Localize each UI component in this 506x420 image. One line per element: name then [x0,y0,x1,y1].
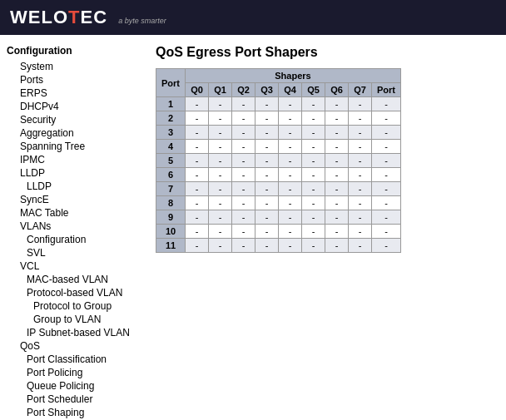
value-cell: - [186,210,209,225]
sidebar-item-queue-policing[interactable]: Queue Policing [7,379,139,393]
value-cell: - [325,210,349,225]
logo-tec: EC [80,7,107,27]
value-cell: - [255,126,279,140]
sidebar-item-erps[interactable]: ERPS [7,86,139,100]
value-cell: - [349,196,372,210]
value-cell: - [372,225,401,239]
col-q5: Q5 [302,83,325,97]
value-cell: - [349,210,372,225]
port-cell: 5 [156,154,186,168]
col-q4: Q4 [279,83,302,97]
sidebar-item-protocol-to-group[interactable]: Protocol to Group [7,299,139,313]
sidebar-item-system[interactable]: System [7,60,139,73]
col-q7: Q7 [349,83,372,97]
sidebar-item-synce[interactable]: SyncE [7,193,139,206]
sidebar-item-port-shaping[interactable]: Port Shaping [7,406,139,419]
value-cell: - [325,97,349,111]
port-cell: 8 [156,196,186,210]
sidebar-item-protocol-vlan[interactable]: Protocol-based VLAN [7,286,139,299]
sidebar: Configuration System Ports ERPS DHCPv4 S… [0,42,146,420]
sidebar-item-port-classification[interactable]: Port Classification [7,353,139,366]
sidebar-item-port-scheduler[interactable]: Port Scheduler [7,393,139,406]
value-cell: - [372,196,401,210]
value-cell: - [302,239,325,253]
value-cell: - [325,182,349,196]
col-q2: Q2 [232,83,255,97]
value-cell: - [349,182,372,196]
value-cell: - [232,168,255,182]
logo: WELOTEC a byte smarter [10,7,166,28]
value-cell: - [302,111,325,126]
qos-table: Port Shapers Q0 Q1 Q2 Q3 Q4 Q5 Q6 Q7 Por… [156,68,401,253]
value-cell: - [372,111,401,126]
value-cell: - [349,168,372,182]
value-cell: - [302,182,325,196]
sidebar-item-vcl[interactable]: VCL [7,259,139,273]
value-cell: - [279,97,302,111]
sidebar-item-qos[interactable]: QoS [7,339,139,353]
value-cell: - [232,225,255,239]
sidebar-item-svl[interactable]: SVL [7,246,139,259]
sidebar-item-ipmc[interactable]: IPMC [7,153,139,166]
value-cell: - [372,140,401,154]
sidebar-item-ip-subnet-vlan[interactable]: IP Subnet-based VLAN [7,326,139,339]
sidebar-item-vlans-config[interactable]: Configuration [7,233,139,246]
table-row: 3--------- [156,126,401,140]
sidebar-item-lldp-sub[interactable]: LLDP [7,180,139,193]
value-cell: - [372,168,401,182]
table-row: 4--------- [156,140,401,154]
value-cell: - [279,196,302,210]
value-cell: - [325,154,349,168]
value-cell: - [209,225,232,239]
value-cell: - [325,239,349,253]
value-cell: - [325,168,349,182]
value-cell: - [349,140,372,154]
value-cell: - [372,154,401,168]
value-cell: - [232,196,255,210]
value-cell: - [186,196,209,210]
table-row: 10--------- [156,225,401,239]
table-body: 1---------2---------3---------4---------… [156,97,401,253]
value-cell: - [209,111,232,126]
table-row: 9--------- [156,210,401,225]
value-cell: - [255,196,279,210]
sidebar-item-vlans[interactable]: VLANs [7,220,139,233]
sidebar-item-security[interactable]: Security [7,113,139,126]
value-cell: - [232,210,255,225]
sidebar-item-group-to-vlan[interactable]: Group to VLAN [7,313,139,326]
value-cell: - [209,140,232,154]
value-cell: - [279,225,302,239]
port-cell: 4 [156,140,186,154]
sidebar-item-lldp[interactable]: LLDP [7,166,139,180]
value-cell: - [302,196,325,210]
value-cell: - [209,239,232,253]
sidebar-item-mac-vlan[interactable]: MAC-based VLAN [7,273,139,286]
value-cell: - [186,154,209,168]
col-q1: Q1 [209,83,232,97]
port-cell: 11 [156,239,186,253]
sidebar-item-mac-table[interactable]: MAC Table [7,206,139,220]
sidebar-item-spanning-tree[interactable]: Spanning Tree [7,140,139,153]
value-cell: - [209,154,232,168]
value-cell: - [255,154,279,168]
value-cell: - [279,210,302,225]
value-cell: - [349,225,372,239]
value-cell: - [302,97,325,111]
table-row: 1--------- [156,97,401,111]
sidebar-item-ports[interactable]: Ports [7,73,139,86]
sidebar-section-title: Configuration [7,45,139,57]
sidebar-item-port-policing[interactable]: Port Policing [7,366,139,379]
sidebar-item-aggregation[interactable]: Aggregation [7,126,139,140]
value-cell: - [372,97,401,111]
table-row: 5--------- [156,154,401,168]
table-header-top: Port Shapers [156,69,401,83]
value-cell: - [255,182,279,196]
value-cell: - [279,168,302,182]
sidebar-item-dhcpv4[interactable]: DHCPv4 [7,100,139,113]
table-header-sub: Q0 Q1 Q2 Q3 Q4 Q5 Q6 Q7 Port [156,83,401,97]
value-cell: - [302,140,325,154]
content: QoS Egress Port Shapers Port Shapers Q0 … [146,42,506,420]
value-cell: - [232,239,255,253]
value-cell: - [372,210,401,225]
value-cell: - [255,97,279,111]
